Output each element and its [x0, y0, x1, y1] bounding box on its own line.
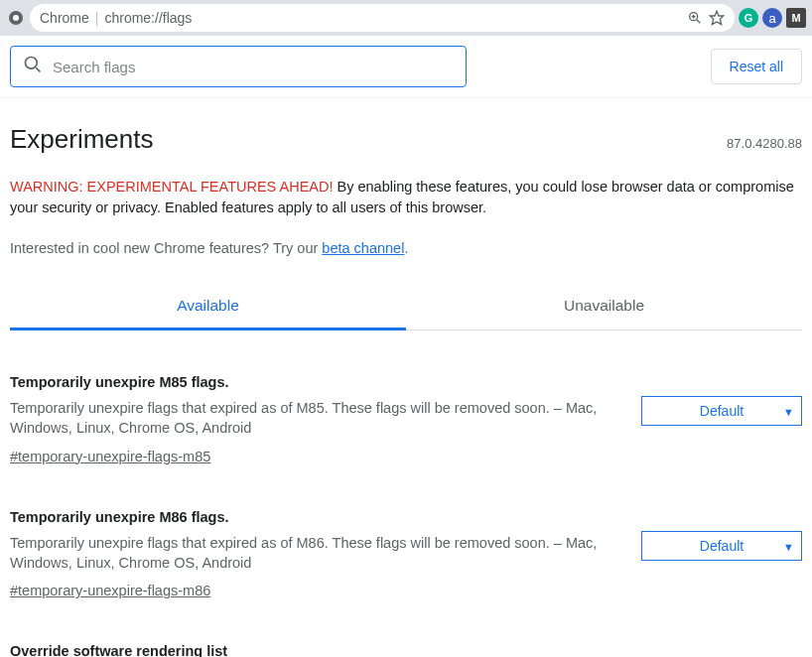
flag-row: Temporarily unexpire M85 flags. Temporar…	[10, 374, 802, 465]
flag-title: Temporarily unexpire M86 flags.	[10, 509, 621, 525]
tab-available[interactable]: Available	[10, 284, 406, 330]
flag-title: Temporarily unexpire M85 flags.	[10, 374, 621, 390]
address-bar-label: Chrome	[40, 10, 89, 26]
beta-channel-prompt: Interested in cool new Chrome features? …	[10, 240, 802, 256]
flag-state-select[interactable]: Default	[641, 396, 802, 426]
main-content: Experiments 87.0.4280.88 WARNING: EXPERI…	[0, 124, 812, 657]
beta-prompt-text: Interested in cool new Chrome features? …	[10, 240, 322, 256]
svg-point-1	[13, 15, 19, 21]
flag-row: Override software rendering list Overrid…	[10, 643, 802, 657]
flag-state-select[interactable]: Default	[641, 531, 802, 561]
bookmark-star-icon[interactable]	[709, 10, 725, 26]
zoom-icon[interactable]	[687, 10, 703, 26]
search-input[interactable]	[53, 59, 454, 75]
beta-prompt-period: .	[404, 240, 408, 256]
extension-icon-a[interactable]: a	[762, 8, 782, 28]
search-icon	[23, 55, 43, 78]
warning-headline: WARNING: EXPERIMENTAL FEATURES AHEAD!	[10, 179, 334, 195]
flag-anchor-link[interactable]: #temporary-unexpire-flags-m85	[10, 449, 210, 464]
extension-icon-m[interactable]: M	[786, 8, 806, 28]
tab-unavailable[interactable]: Unavailable	[406, 284, 802, 329]
divider	[0, 97, 812, 98]
browser-chrome-bar: Chrome | chrome://flags G a M	[0, 0, 812, 36]
extension-icon-grammarly[interactable]: G	[739, 8, 758, 28]
flag-description: Temporarily unexpire flags that expired …	[10, 533, 621, 574]
address-bar[interactable]: Chrome | chrome://flags	[30, 4, 735, 32]
svg-line-8	[36, 67, 40, 71]
svg-marker-6	[710, 11, 723, 24]
flag-row: Temporarily unexpire M86 flags. Temporar…	[10, 509, 802, 600]
address-bar-divider: |	[95, 10, 99, 26]
address-bar-url: chrome://flags	[104, 10, 192, 26]
chrome-logo-icon	[6, 8, 26, 28]
warning-text: WARNING: EXPERIMENTAL FEATURES AHEAD! By…	[10, 177, 802, 218]
search-box[interactable]	[10, 46, 467, 87]
top-action-row: Reset all	[0, 36, 812, 97]
flag-title: Override software rendering list	[10, 643, 621, 657]
svg-line-3	[697, 20, 700, 23]
beta-channel-link[interactable]: beta channel	[322, 240, 404, 256]
version-label: 87.0.4280.88	[727, 136, 802, 151]
page-title: Experiments	[10, 124, 154, 155]
reset-all-button[interactable]: Reset all	[711, 49, 802, 84]
tabs: Available Unavailable	[10, 284, 802, 330]
flag-anchor-link[interactable]: #temporary-unexpire-flags-m86	[10, 583, 210, 598]
svg-point-7	[26, 58, 38, 69]
title-row: Experiments 87.0.4280.88	[10, 124, 802, 155]
flag-description: Temporarily unexpire flags that expired …	[10, 398, 621, 439]
